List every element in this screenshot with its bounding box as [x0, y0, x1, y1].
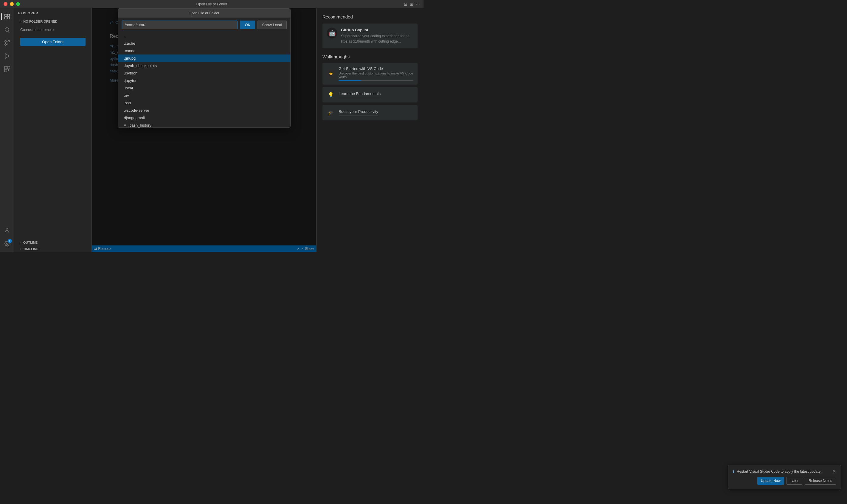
file-item[interactable]: .. — [118, 32, 290, 40]
walkthroughs-title: Walkthroughs — [322, 54, 418, 59]
wt-label: Learn the Fundamentals — [338, 91, 381, 96]
recommended-title: Recommended — [322, 14, 418, 19]
settings-badge: 1 — [8, 239, 12, 243]
app-body: 1 Explorer NO FOLDER OPENED Connected to… — [0, 8, 423, 252]
walkthrough-boost-productivity[interactable]: 🎓 Boost your Productivity — [322, 105, 418, 120]
svg-rect-3 — [7, 17, 9, 19]
svg-point-13 — [6, 229, 8, 231]
svg-rect-11 — [7, 67, 10, 69]
svg-point-8 — [4, 44, 6, 46]
open-file-dialog: Open File or Folder OK Show Local .. .ca… — [118, 8, 290, 128]
right-panel: Recommended 🤖 GitHub Copilot Supercharge… — [316, 8, 423, 252]
settings-icon[interactable]: 1 — [1, 238, 13, 250]
sidebar-header: Explorer — [14, 8, 91, 17]
file-item[interactable]: .conda — [118, 47, 290, 55]
svg-rect-12 — [4, 69, 6, 72]
file-item[interactable]: .nv — [118, 92, 290, 99]
window-controls[interactable] — [4, 2, 20, 6]
wt-label: Get Started with VS Code — [338, 67, 413, 71]
svg-point-14 — [6, 243, 8, 245]
svg-rect-2 — [4, 17, 6, 19]
file-path-input[interactable] — [122, 21, 238, 29]
rec-content: GitHub Copilot Supercharge your coding e… — [341, 28, 413, 44]
explorer-icon[interactable] — [1, 11, 13, 23]
wt-desc: Discover the best customizations to make… — [338, 71, 413, 79]
file-item-gnupg[interactable]: .gnupg — [118, 55, 290, 62]
svg-point-4 — [5, 28, 8, 32]
wt-progress — [338, 80, 413, 81]
sidebar: Explorer NO FOLDER OPENED Connected to r… — [14, 8, 92, 252]
layout-icon[interactable]: ⊞ — [410, 2, 413, 6]
svg-rect-0 — [4, 14, 6, 16]
maximize-button[interactable] — [16, 2, 20, 6]
copilot-icon: 🤖 — [327, 28, 337, 38]
source-control-icon[interactable] — [1, 37, 13, 49]
dialog-title: Open File or Folder — [118, 8, 290, 18]
search-icon[interactable] — [1, 24, 13, 36]
sidebar-bottom: OUTLINE TIMELINE — [14, 239, 91, 252]
file-item[interactable]: .ssh — [118, 99, 290, 107]
wt-progress — [338, 115, 378, 116]
file-item[interactable]: .cache — [118, 40, 290, 47]
recommended-card[interactable]: 🤖 GitHub Copilot Supercharge your coding… — [322, 23, 418, 48]
no-folder-label: NO FOLDER OPENED — [14, 17, 91, 25]
outline-section[interactable]: OUTLINE — [14, 239, 91, 246]
file-item[interactable]: djangogmail — [118, 114, 290, 122]
walkthrough-learn-fundamentals[interactable]: 💡 Learn the Fundamentals — [322, 87, 418, 103]
file-list: .. .cache .conda .gnupg .ipynb_checkpoin… — [118, 32, 290, 127]
more-icon[interactable]: ⋯ — [416, 2, 420, 6]
ok-button[interactable]: OK — [240, 21, 255, 29]
book-icon: 🎓 — [327, 108, 335, 117]
svg-marker-9 — [5, 54, 9, 59]
rec-title: GitHub Copilot — [341, 28, 413, 32]
svg-rect-1 — [7, 14, 9, 16]
file-item[interactable]: .vscode-server — [118, 107, 290, 114]
editor-area: ⇄ Connect to... Recent m1_streamlit /Use… — [92, 8, 316, 252]
activity-bar: 1 — [0, 8, 14, 252]
title-bar-right: ⊟ ⊞ ⋯ — [404, 2, 420, 6]
file-item[interactable]: .local — [118, 84, 290, 92]
walkthrough-get-started[interactable]: ★ Get Started with VS Code Discover the … — [322, 63, 418, 85]
wt-progress — [338, 98, 381, 98]
connected-text: Connected to remote. — [14, 25, 91, 34]
close-button[interactable] — [4, 2, 7, 6]
list-icon: ≡ — [124, 123, 126, 127]
wt-label: Boost your Productivity — [338, 109, 378, 114]
file-item[interactable]: .ipython — [118, 69, 290, 77]
minimize-button[interactable] — [10, 2, 14, 6]
title-bar: Open File or Folder ⊟ ⊞ ⋯ — [0, 0, 423, 8]
bulb-icon: 💡 — [327, 91, 335, 99]
account-icon[interactable] — [1, 224, 13, 236]
star-icon: ★ — [327, 70, 335, 78]
run-debug-icon[interactable] — [1, 50, 13, 62]
rec-desc: Supercharge your coding experience for a… — [341, 33, 413, 44]
dialog-input-row: OK Show Local — [118, 18, 290, 32]
dialog-overlay: Open File or Folder OK Show Local .. .ca… — [92, 8, 316, 252]
file-item[interactable]: .ipynb_checkpoints — [118, 62, 290, 69]
open-folder-button[interactable]: Open Folder — [20, 38, 86, 46]
window-title: Open File or Folder — [196, 2, 227, 6]
svg-point-6 — [4, 40, 6, 42]
show-local-button[interactable]: Show Local — [258, 21, 286, 29]
file-item[interactable]: .jupyter — [118, 77, 290, 84]
wt-progress-fill — [338, 80, 361, 81]
extensions-icon[interactable] — [1, 63, 13, 75]
svg-line-5 — [8, 31, 10, 32]
timeline-section[interactable]: TIMELINE — [14, 246, 91, 252]
split-editor-icon[interactable]: ⊟ — [404, 2, 407, 6]
svg-rect-10 — [4, 67, 6, 69]
file-item-bash-history[interactable]: ≡ .bash_history — [118, 122, 290, 127]
svg-point-7 — [8, 40, 10, 42]
